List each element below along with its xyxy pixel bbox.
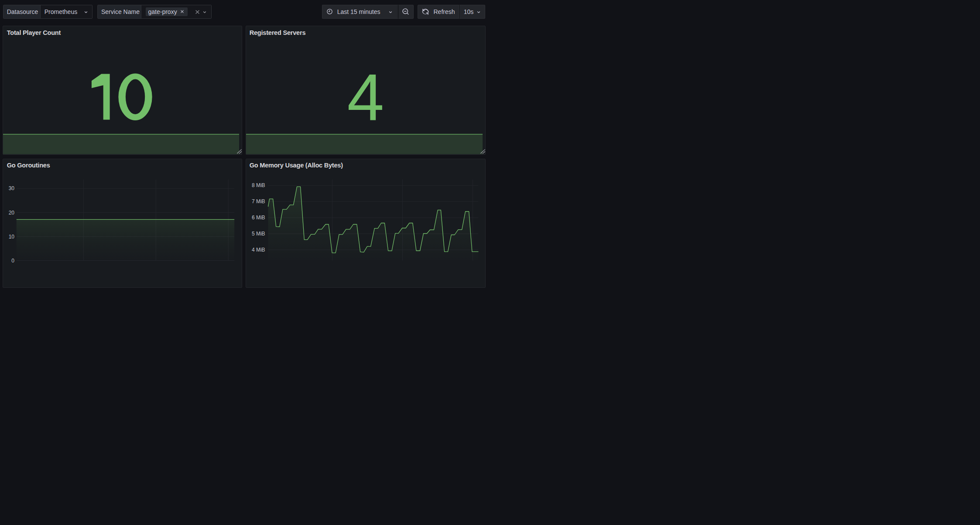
svg-text:7 MiB: 7 MiB [252, 198, 265, 205]
svg-text:10: 10 [9, 234, 15, 240]
svg-text:30: 30 [9, 185, 15, 191]
svg-text:5 MiB: 5 MiB [252, 231, 265, 237]
svg-text:0: 0 [11, 258, 14, 262]
svg-text:6 MiB: 6 MiB [252, 215, 265, 221]
svg-text:8 MiB: 8 MiB [252, 182, 265, 188]
svg-text:20: 20 [9, 210, 15, 216]
svg-text:4 MiB: 4 MiB [252, 247, 265, 253]
